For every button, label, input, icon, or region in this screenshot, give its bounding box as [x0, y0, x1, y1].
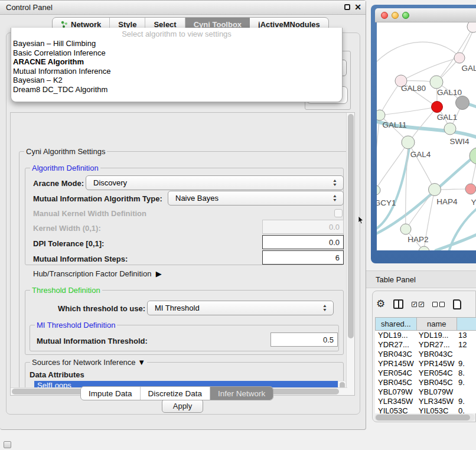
columns-icon[interactable] — [393, 299, 403, 309]
hub-definition-toggle[interactable]: Hub/Transcription Factor Definition ▶ — [33, 269, 162, 278]
table-row[interactable]: YER054CYER054C8. — [375, 369, 476, 378]
network-node[interactable] — [470, 148, 476, 164]
network-edge[interactable] — [377, 142, 408, 190]
column-header[interactable] — [457, 318, 476, 330]
table-horizontal-scrollbar[interactable] — [374, 414, 475, 421]
minimize-traffic-icon[interactable] — [392, 12, 399, 19]
table-cell[interactable]: YBL079W — [375, 387, 416, 397]
gear-icon[interactable]: ⚙ — [376, 299, 385, 309]
which-threshold-combo[interactable]: MI Threshold ▲▼ — [147, 301, 334, 315]
network-window-titlebar[interactable] — [375, 8, 476, 22]
table-row[interactable]: YLR345WYLR345W9. — [375, 397, 476, 406]
apply-button[interactable]: Apply — [162, 399, 203, 413]
table-cell[interactable]: YDR27... — [416, 340, 455, 350]
mi-type-combo[interactable]: Naive Bayes ▲▼ — [168, 191, 344, 206]
table-cell[interactable]: YBR043C — [375, 350, 416, 359]
table-panel-titlebar[interactable]: Table Panel — [366, 270, 476, 288]
table-cell[interactable]: YDL19... — [375, 331, 416, 340]
table-cell[interactable]: 0. — [455, 406, 476, 413]
dropdown-item[interactable]: Mutual Information Inference — [11, 67, 342, 76]
network-edge[interactable] — [406, 190, 435, 229]
table-cell[interactable]: YBR045C — [375, 378, 416, 387]
mi-threshold-field[interactable]: 0.5 — [270, 332, 338, 347]
table-cell[interactable]: 9. — [455, 359, 476, 369]
vertical-scrollbar[interactable] — [346, 113, 354, 395]
table-row[interactable]: YPR145WYPR145W9. — [375, 359, 476, 369]
table-cell[interactable]: 9. — [455, 397, 476, 406]
network-edge[interactable] — [380, 107, 437, 115]
network-node[interactable] — [377, 110, 385, 120]
table-row[interactable]: YBR043CYBR043C — [375, 350, 476, 359]
network-node[interactable] — [377, 185, 380, 195]
network-edge[interactable] — [377, 115, 380, 175]
network-node[interactable] — [430, 76, 443, 89]
table-row[interactable]: YDR27...YDR27...12 — [375, 340, 476, 350]
table-cell[interactable]: YER054C — [416, 369, 455, 378]
collapse-down-icon[interactable]: ▼ — [138, 358, 145, 367]
table-cell[interactable]: YDL19... — [416, 331, 455, 340]
network-node[interactable] — [454, 53, 465, 63]
table-row[interactable]: YDL19...YDL19...13 — [375, 331, 476, 340]
network-node[interactable] — [467, 22, 476, 32]
column-header[interactable]: shared... — [376, 318, 417, 330]
table-cell[interactable]: YBR045C — [416, 378, 455, 387]
table-cell[interactable]: 8. — [455, 369, 476, 378]
table-cell[interactable]: YLR345W — [416, 397, 455, 406]
dropdown-item-selected[interactable]: ARACNE Algorithm — [11, 57, 342, 67]
network-node[interactable] — [432, 102, 443, 113]
network-edge[interactable] — [409, 107, 437, 142]
expand-right-icon[interactable]: ▶ — [156, 269, 162, 278]
tab-discretize-data[interactable]: Discretize Data — [141, 387, 211, 400]
control-panel-titlebar[interactable]: Control Panel ✕ — [0, 1, 366, 15]
dropdown-item[interactable]: Dream8 DC_TDC Algorithm — [11, 85, 342, 94]
dropdown-item[interactable]: Bayesian – Hill Climbing — [11, 39, 342, 48]
network-edge[interactable] — [377, 152, 476, 235]
manual-kernel-checkbox[interactable] — [334, 209, 343, 217]
table-cell[interactable]: YDR27... — [375, 340, 416, 350]
docked-panel-icon[interactable] — [4, 441, 11, 448]
table-cell[interactable]: YIL053C — [375, 406, 416, 413]
table-cell[interactable]: YBR043C — [416, 350, 455, 359]
select-all-icon[interactable]: ✓ ✓ — [412, 302, 424, 307]
network-node[interactable] — [400, 224, 411, 234]
aracne-mode-combo[interactable]: Discovery ▲▼ — [86, 175, 344, 190]
table-cell[interactable] — [455, 387, 476, 397]
float-window-icon[interactable] — [344, 4, 350, 10]
scrollbar-thumb[interactable] — [376, 415, 470, 420]
dropdown-item[interactable]: Basic Correlation Inference — [11, 48, 342, 58]
network-edge[interactable] — [408, 142, 434, 189]
table-row[interactable]: YBL079WYBL079W — [375, 387, 476, 397]
network-edge[interactable] — [436, 26, 474, 82]
table-cell[interactable] — [455, 350, 476, 359]
table-cell[interactable]: 9. — [455, 378, 476, 387]
network-node[interactable] — [429, 184, 441, 196]
zoom-traffic-icon[interactable] — [402, 12, 409, 19]
network-node[interactable] — [456, 96, 470, 110]
table-cell[interactable]: YPR145W — [375, 359, 416, 369]
table-cell[interactable]: YBL079W — [416, 387, 455, 397]
network-canvas[interactable]: GALGAL80GAL10GAL1GAL11SWI4GAL4HAP4YGCY1H… — [377, 22, 476, 250]
table-row[interactable]: YBR045CYBR045C9. — [375, 378, 476, 387]
close-traffic-icon[interactable] — [381, 12, 388, 19]
export-table-icon[interactable] — [453, 299, 461, 309]
network-node[interactable] — [402, 136, 415, 149]
dpi-tolerance-field[interactable]: 0.0 — [262, 235, 344, 249]
mi-steps-field[interactable]: 6 — [262, 250, 344, 265]
table-cell[interactable]: YIL053C — [416, 406, 455, 413]
column-header[interactable]: name — [417, 318, 457, 330]
scrollbar-thumb[interactable] — [348, 114, 354, 338]
kernel-width-field[interactable]: 0.0 — [262, 220, 344, 234]
network-edge[interactable] — [377, 148, 409, 230]
table-cell[interactable]: YER054C — [375, 369, 416, 378]
dropdown-item[interactable]: Bayesian – K2 — [11, 76, 342, 85]
deselect-all-icon[interactable] — [432, 302, 445, 307]
table-cell[interactable]: 13 — [455, 331, 476, 340]
close-icon[interactable]: ✕ — [354, 2, 361, 12]
table-cell[interactable]: YLR345W — [375, 397, 416, 406]
network-node[interactable] — [465, 184, 476, 194]
table-cell[interactable]: 12 — [455, 340, 476, 350]
network-edge[interactable] — [401, 58, 459, 81]
table-cell[interactable]: YPR145W — [416, 359, 455, 369]
table-row[interactable]: YIL053CYIL053C0. — [375, 406, 476, 413]
network-node[interactable] — [444, 123, 456, 135]
